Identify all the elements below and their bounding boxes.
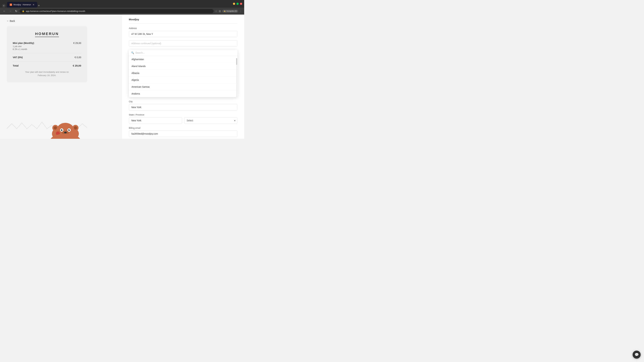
tab-switcher[interactable]: ▾ bbox=[2, 4, 6, 7]
scrollbar-thumb bbox=[236, 58, 237, 65]
svg-point-13 bbox=[64, 132, 67, 133]
city-label: City bbox=[129, 100, 238, 103]
city-group: City bbox=[129, 100, 238, 110]
billing-cycle-label: € 29 x 1 month bbox=[13, 48, 81, 50]
back-nav-button[interactable]: ← bbox=[2, 9, 7, 13]
browser-tabs: ▾ M Moodjoy · Homerun ✕ + bbox=[2, 0, 232, 7]
address-continued-group bbox=[129, 40, 238, 46]
state-select[interactable]: Select bbox=[184, 117, 238, 124]
city-input[interactable] bbox=[129, 104, 238, 110]
plan-line: Mini plan (Monthly) € 29,00 bbox=[13, 42, 81, 44]
menu-icon[interactable]: ⋮ bbox=[240, 9, 242, 13]
order-card: HOMERUN Mini plan (Monthly) € 29,00 1 jo… bbox=[7, 26, 87, 82]
state-input[interactable] bbox=[129, 117, 182, 124]
tab-close-button[interactable]: ✕ bbox=[32, 3, 34, 6]
plan-price: € 29,00 bbox=[73, 42, 81, 44]
svg-point-7 bbox=[61, 129, 62, 131]
country-search-input[interactable] bbox=[135, 51, 235, 54]
incognito-icon: 🕵 bbox=[224, 10, 226, 12]
reload-button[interactable]: ↻ bbox=[14, 9, 18, 13]
country-option-afghanistan[interactable]: Afghanistan bbox=[129, 56, 238, 63]
extensions-icon[interactable]: ⊞ bbox=[219, 9, 221, 13]
left-panel: ← Back HOMERUN Mini plan (Monthly) € 29,… bbox=[0, 14, 122, 139]
renewal-text: Your plan will start immediately and ren… bbox=[25, 71, 69, 77]
address-label: Address bbox=[129, 27, 238, 29]
right-panel: Moodjoy Address 🔍 Afghanistan Aland Isla… bbox=[122, 14, 244, 139]
vat-amount: € 0,00 bbox=[75, 56, 81, 59]
total-amount: € 29,00 bbox=[73, 64, 81, 67]
total-line: Total € 29,00 bbox=[13, 64, 81, 67]
security-icon: 🔒 bbox=[22, 10, 24, 12]
new-tab-button[interactable]: + bbox=[38, 4, 40, 7]
address-group: Address bbox=[129, 27, 238, 37]
back-label: Back bbox=[10, 19, 15, 22]
company-name: Moodjoy bbox=[129, 14, 238, 24]
state-select-wrapper: Select ▾ bbox=[184, 117, 238, 124]
address-input[interactable] bbox=[129, 31, 238, 37]
active-tab[interactable]: M Moodjoy · Homerun ✕ bbox=[7, 2, 37, 7]
state-row: Select ▾ bbox=[129, 117, 238, 124]
bookmark-icon[interactable]: ☆ bbox=[215, 9, 217, 13]
country-dropdown[interactable]: 🔍 Afghanistan Aland Islands Albania Alge… bbox=[129, 50, 238, 97]
dropdown-scrollbar[interactable] bbox=[236, 58, 237, 97]
search-icon: 🔍 bbox=[131, 51, 134, 54]
vat-label: VAT (0%) bbox=[13, 56, 23, 59]
billing-email-group: Billing email bbox=[129, 127, 238, 137]
job-slot-label: 1 job slot bbox=[13, 45, 81, 48]
country-option-aland-islands[interactable]: Aland Islands bbox=[129, 63, 238, 70]
total-label: Total bbox=[13, 64, 18, 67]
homerun-logo-text: HOMERUN bbox=[35, 32, 59, 37]
country-list: Afghanistan Aland Islands Albania Algeri… bbox=[129, 56, 238, 97]
forward-nav-button[interactable]: → bbox=[8, 9, 13, 13]
svg-point-11 bbox=[69, 129, 70, 130]
mascot-area bbox=[7, 119, 116, 139]
close-window-button[interactable] bbox=[240, 3, 242, 5]
svg-point-9 bbox=[68, 129, 70, 131]
vat-line: VAT (0%) € 0,00 bbox=[13, 56, 81, 59]
renewal-notice: Your plan will start immediately and ren… bbox=[13, 70, 81, 77]
address-bar[interactable]: 🔒 app.homerun.co/checkout?plan=homerun-m… bbox=[20, 9, 214, 13]
browser-actions: ☆ ⊞ 🕵 Incognito (2) ⋮ bbox=[215, 9, 242, 13]
state-group: State / Province Select ▾ bbox=[129, 113, 238, 124]
country-option-andorra[interactable]: Andorra bbox=[129, 90, 238, 97]
plan-label: Mini plan (Monthly) bbox=[13, 42, 34, 44]
navigation-bar: ← → ↻ 🔒 app.homerun.co/checkout?plan=hom… bbox=[0, 7, 244, 14]
country-option-albania[interactable]: Albania bbox=[129, 70, 238, 77]
svg-point-10 bbox=[62, 129, 62, 130]
minimize-button[interactable] bbox=[233, 3, 235, 5]
back-link[interactable]: ← Back bbox=[7, 19, 116, 22]
address-continued-input[interactable] bbox=[129, 40, 238, 46]
homerun-logo: HOMERUN bbox=[13, 32, 81, 37]
country-option-american-samoa[interactable]: American Samoa bbox=[129, 83, 238, 90]
browser-chrome: ▾ M Moodjoy · Homerun ✕ + bbox=[0, 0, 244, 7]
billing-email-input[interactable] bbox=[129, 131, 238, 137]
state-label: State / Province bbox=[129, 113, 238, 116]
tab-favicon: M bbox=[10, 3, 12, 6]
country-option-algeria[interactable]: Algeria bbox=[129, 77, 238, 83]
incognito-badge: 🕵 Incognito (2) bbox=[222, 10, 238, 12]
page-content: ← Back HOMERUN Mini plan (Monthly) € 29,… bbox=[0, 14, 244, 139]
url-display: app.homerun.co/checkout?plan=homerun-min… bbox=[26, 10, 85, 12]
dropdown-search-area: 🔍 bbox=[129, 50, 238, 56]
back-arrow-icon: ← bbox=[7, 19, 9, 22]
maximize-button[interactable] bbox=[236, 3, 239, 5]
billing-email-label: Billing email bbox=[129, 127, 238, 129]
tab-title: Moodjoy · Homerun bbox=[14, 3, 31, 6]
